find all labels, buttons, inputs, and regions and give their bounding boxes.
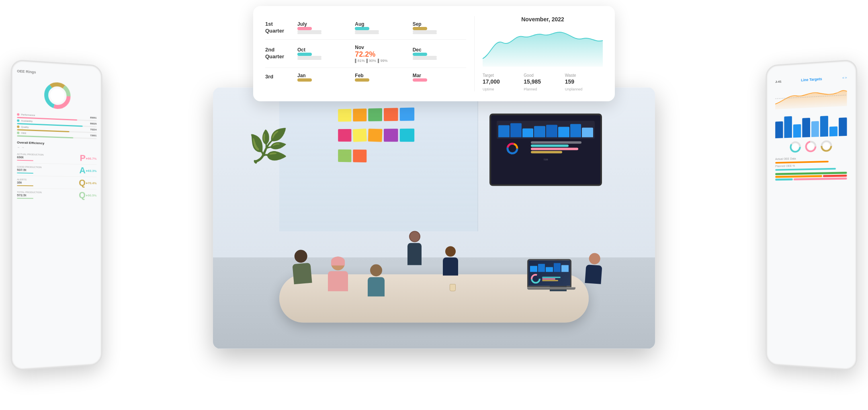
sticky-note — [338, 109, 351, 122]
sticky-note — [368, 108, 382, 121]
right-tablet-frame: J-41 Line Targets < > — [766, 59, 857, 371]
right-donut-1 — [788, 140, 802, 154]
right-bar-chart — [775, 111, 847, 138]
status-rows — [775, 172, 847, 180]
sticky-note — [384, 108, 398, 121]
coffee-cup — [450, 284, 456, 291]
month-oct-name: Oct — [297, 47, 321, 53]
laptop-base — [527, 287, 575, 290]
nov-highlight: 72.2% ▌81% ▌90% ▌99% — [355, 50, 387, 63]
dec-bar-2 — [413, 58, 437, 60]
month-nov: Nov 72.2% ▌81% ▌90% ▌99% — [355, 45, 408, 63]
month-aug: Aug — [355, 21, 408, 34]
month-mar: Mar — [413, 73, 466, 82]
stat-target-value: 17,000 — [483, 78, 520, 85]
quarter-1-label: 1stQuarter — [265, 21, 293, 35]
sticky-note — [353, 129, 367, 142]
right-area-chart — [775, 83, 847, 111]
nav-arrows: < > — [842, 76, 847, 80]
month-feb-name: Feb — [355, 73, 369, 78]
feb-badge — [355, 78, 369, 82]
mar-badge — [413, 78, 427, 82]
sticky-notes-area — [338, 107, 418, 169]
stat-waste-value: 159 — [565, 78, 603, 85]
area-chart — [483, 27, 603, 67]
month-nov-name: Nov — [355, 45, 387, 50]
right-tablet-title: Line Targets — [801, 77, 822, 82]
nav-arrow-left[interactable]: < — [842, 76, 844, 79]
efficiency-section-title: Overall Efficiency — [17, 141, 96, 147]
month-jan-name: Jan — [297, 73, 312, 78]
month-oct: Oct — [297, 47, 351, 60]
left-tablet: OEE Rings Performance 85051 — [11, 59, 102, 371]
laptop — [527, 259, 575, 291]
right-tablet-content: J-41 Line Targets < > — [772, 69, 851, 187]
sep-bar-2 — [413, 32, 437, 34]
right-status-bars: Actual OEE Data Planned OEE % — [775, 156, 847, 181]
laptop-dashboard — [528, 260, 570, 286]
audience-figure-4 — [443, 246, 458, 276]
oee-bar-planned — [775, 168, 836, 171]
left-tablet-header: OEE Rings — [17, 69, 96, 78]
svg-point-8 — [510, 146, 515, 152]
bar-4 — [802, 118, 810, 137]
aug-badge — [355, 27, 369, 30]
bar-2 — [784, 116, 792, 138]
status-bar-orange — [775, 175, 822, 178]
center-photo: 7235 🌿 — [213, 88, 655, 349]
bar-5 — [811, 121, 819, 137]
svg-point-21 — [823, 143, 829, 150]
laptop-mini-bars — [530, 262, 569, 272]
quarters-section: 1stQuarter July Aug — [265, 16, 466, 91]
stat-waste-sub: Unplanned — [565, 87, 603, 91]
tv-content: 7235 — [491, 115, 600, 184]
audience-figure-1 — [291, 249, 312, 284]
chart-title: November, 2022 — [483, 16, 603, 23]
month-jan: Jan — [297, 73, 351, 82]
dashboard-panel: 1stQuarter July Aug — [253, 6, 615, 101]
nov-percent-value: 72.2% — [355, 50, 375, 59]
month-feb: Feb — [355, 73, 408, 82]
bar-8 — [839, 117, 847, 136]
stat-good-label: Good — [524, 73, 561, 78]
tv-screen: 7235 — [489, 114, 602, 186]
jan-badge — [297, 78, 312, 82]
month-dec: Dec — [413, 47, 466, 60]
right-donuts — [775, 138, 847, 154]
stat-good-value: 15,985 — [524, 78, 561, 85]
nav-arrow-right[interactable]: > — [845, 76, 847, 79]
sticky-note — [384, 129, 398, 141]
sticky-note — [400, 129, 414, 142]
aug-bar-2 — [355, 32, 379, 34]
right-tablet-header: J-41 Line Targets < > — [775, 76, 847, 84]
month-july: July — [297, 21, 351, 34]
stat-target-label: Target — [483, 73, 520, 78]
stat-waste: Waste 159 Unplanned — [565, 73, 603, 91]
bar-7 — [829, 126, 837, 136]
quarter-3-label: 3rd — [265, 74, 293, 80]
laptop-screen — [527, 259, 571, 287]
oct-badge — [297, 53, 312, 56]
stat-good: Good 15,985 Planned — [524, 73, 561, 91]
quarter-row-1: 1stQuarter July Aug — [265, 16, 466, 40]
planned-oee-label: Planned OEE % — [775, 163, 847, 168]
bar-1 — [775, 121, 783, 138]
bar-3 — [793, 124, 801, 138]
donut-chart — [41, 79, 73, 113]
bar-6 — [820, 116, 828, 137]
right-donut-2 — [804, 139, 818, 154]
stat-good-sub: Planned — [524, 87, 561, 91]
svg-point-15 — [792, 144, 798, 150]
svg-point-4 — [50, 88, 65, 103]
status-bar-pink — [793, 178, 847, 180]
left-tablet-frame: OEE Rings Performance 85051 — [11, 59, 102, 371]
main-scene: OEE Rings Performance 85051 — [0, 0, 868, 410]
laptop-donut — [530, 273, 541, 285]
july-badge — [297, 27, 312, 30]
oee-bar-actual — [775, 161, 829, 164]
month-sep: Sep — [413, 21, 466, 34]
audience-figure-3 — [368, 264, 385, 297]
july-bar-2 — [297, 32, 321, 34]
svg-point-18 — [807, 143, 814, 150]
sticky-note — [400, 107, 414, 121]
